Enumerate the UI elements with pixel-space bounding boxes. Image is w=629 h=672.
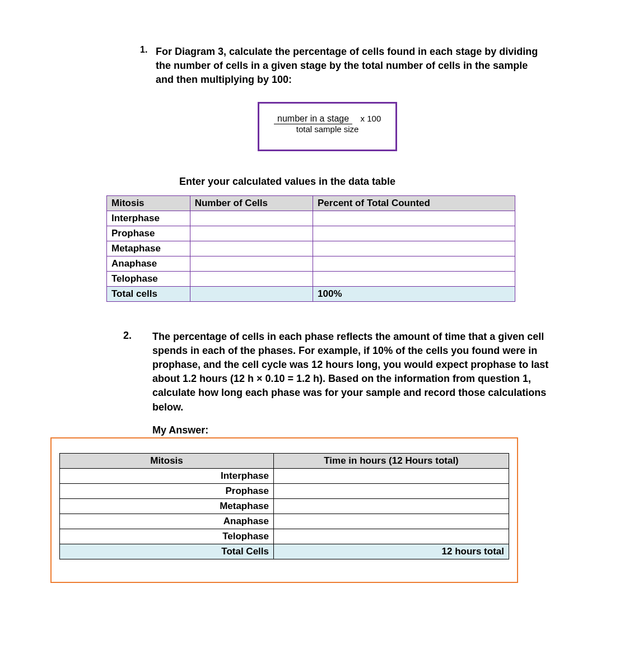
t2-header-mitosis: Mitosis	[60, 453, 274, 468]
t2-total-label: Total Cells	[60, 544, 274, 559]
t1-stage: Prophase	[107, 226, 190, 241]
t1-pct-cell[interactable]	[313, 211, 515, 226]
table-row: Telophase	[60, 529, 509, 544]
table-row: Metaphase	[60, 498, 509, 514]
q2-text: The percentage of cells in each phase re…	[152, 330, 562, 414]
t1-total-pct: 100%	[313, 286, 515, 301]
t1-header-percent: Percent of Total Counted	[313, 195, 515, 211]
t1-header-number: Number of Cells	[190, 195, 313, 211]
table-row: Interphase	[107, 211, 515, 226]
table-row: Prophase	[60, 483, 509, 498]
formula-numerator: number in a stage	[274, 114, 352, 124]
formula-multiplier: x 100	[361, 114, 381, 123]
t1-header-mitosis: Mitosis	[107, 195, 190, 211]
t1-num-cell[interactable]	[190, 241, 313, 256]
t2-time-cell[interactable]	[274, 514, 509, 529]
t2-stage: Telophase	[60, 529, 274, 544]
question-1: 1. For Diagram 3, calculate the percenta…	[140, 45, 539, 151]
t1-total-label: Total cells	[107, 286, 190, 301]
table-row-total: Total cells 100%	[107, 286, 515, 301]
t2-time-cell[interactable]	[274, 529, 509, 544]
t2-stage: Interphase	[60, 468, 274, 483]
q1-text: For Diagram 3, calculate the percentage …	[156, 45, 539, 87]
mitosis-time-table: Mitosis Time in hours (12 Hours total) I…	[59, 453, 509, 559]
t1-stage: Metaphase	[107, 241, 190, 256]
t2-time-cell[interactable]	[274, 483, 509, 498]
t1-num-cell[interactable]	[190, 211, 313, 226]
table-row: Anaphase	[107, 256, 515, 271]
t1-num-cell[interactable]	[190, 271, 313, 286]
table-row-total: Total Cells 12 hours total	[60, 544, 509, 559]
t2-stage: Anaphase	[60, 514, 274, 529]
t1-pct-cell[interactable]	[313, 226, 515, 241]
table-row: Telophase	[107, 271, 515, 286]
t2-time-cell[interactable]	[274, 498, 509, 514]
formula-box: number in a stage x 100 total sample siz…	[258, 102, 397, 151]
t1-pct-cell[interactable]	[313, 241, 515, 256]
q2-number: 2.	[123, 330, 152, 414]
table-row: Metaphase	[107, 241, 515, 256]
my-answer-label: My Answer:	[152, 424, 595, 436]
t1-num-cell[interactable]	[190, 256, 313, 271]
table-row: Prophase	[107, 226, 515, 241]
table-row: Interphase	[60, 468, 509, 483]
t2-total-time: 12 hours total	[274, 544, 509, 559]
t2-stage: Metaphase	[60, 498, 274, 514]
table-row: Anaphase	[60, 514, 509, 529]
question-2: 2. The percentage of cells in each phase…	[123, 330, 562, 414]
t1-pct-cell[interactable]	[313, 256, 515, 271]
q1-number: 1.	[140, 45, 156, 87]
t1-num-cell[interactable]	[190, 226, 313, 241]
t2-time-cell[interactable]	[274, 468, 509, 483]
t1-total-num[interactable]	[190, 286, 313, 301]
answer-box: Mitosis Time in hours (12 Hours total) I…	[50, 437, 518, 583]
t1-stage: Interphase	[107, 211, 190, 226]
t1-stage: Anaphase	[107, 256, 190, 271]
mitosis-percent-table: Mitosis Number of Cells Percent of Total…	[106, 195, 515, 302]
formula-denominator: total sample size	[274, 124, 381, 134]
enter-instruction: Enter your calculated values in the data…	[179, 176, 595, 188]
t1-stage: Telophase	[107, 271, 190, 286]
t1-pct-cell[interactable]	[313, 271, 515, 286]
t2-stage: Prophase	[60, 483, 274, 498]
t2-header-time: Time in hours (12 Hours total)	[274, 453, 509, 468]
